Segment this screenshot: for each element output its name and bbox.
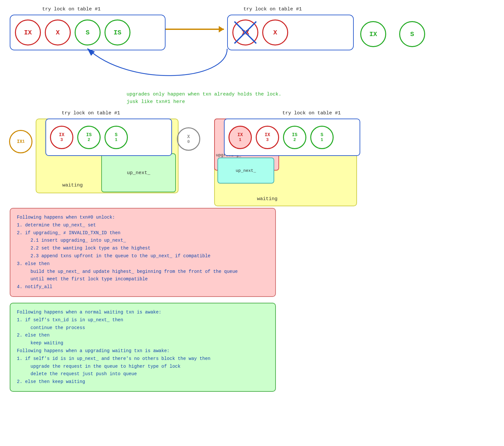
mid-right-label: try lock on table #1 — [282, 110, 341, 116]
top-left-lock-box: IX X S IS — [10, 15, 166, 50]
circle-ix3-right: IX 3 — [256, 126, 279, 149]
right-up-next-teal: up_next_ — [217, 158, 274, 184]
left-up-next-green: up_next_ — [101, 153, 176, 192]
left-up-next-label: up_next_ — [127, 170, 150, 176]
bottom-section: Following happens when txn#0 unlock: 1. … — [10, 208, 276, 398]
circle-is2-right: IS 2 — [283, 126, 306, 149]
mid-left-label: try lock on table #1 — [62, 110, 120, 116]
circle-ix-crossed: IX — [232, 19, 258, 45]
standalone-ix-top: IX — [360, 21, 386, 47]
upgrade-note-line1: upgrades only happen when txn already ho… — [127, 91, 281, 98]
top-right-label: try lock on table #1 — [243, 6, 302, 12]
circle-is2: IS 2 — [77, 126, 101, 149]
orange-arrow — [166, 29, 224, 30]
left-waiting-label: waiting — [62, 183, 83, 188]
top-right-lock-box: IX X — [227, 15, 354, 50]
circle-ix-red: IX — [15, 19, 41, 45]
circle-x-red: X — [45, 19, 71, 45]
green-box-text: Following happens when a normal waiting … — [17, 310, 211, 384]
right-up-next-label: up_next_ — [236, 168, 256, 173]
right-table-box: IX 1 IX 3 IS 2 S 1 — [224, 119, 360, 156]
circle-s1-right: S 1 — [310, 126, 334, 149]
circle-x-red-2: X — [262, 19, 288, 45]
top-section: try lock on table #1 try lock on table #… — [0, 3, 504, 78]
green-info-box: Following happens when a normal waiting … — [10, 303, 276, 392]
top-left-label: try lock on table #1 — [42, 6, 101, 12]
circle-ix1-right: IX 1 — [228, 126, 252, 149]
pink-box-text: Following happens when txn#0 unlock: 1. … — [17, 215, 238, 289]
pink-info-box: Following happens when txn#0 unlock: 1. … — [10, 208, 276, 297]
upgrade-note-line2: jusk like txn#1 here — [127, 98, 281, 106]
standalone-s-top: S — [399, 21, 425, 47]
circle-ix3: IX 3 — [50, 126, 73, 149]
right-waiting-label: waiting — [257, 196, 277, 202]
upgrade-note: upgrades only happen when txn already ho… — [127, 91, 281, 106]
circle-s-green: S — [75, 19, 101, 45]
diagram-area: try lock on table #1 try lock on table #… — [0, 0, 504, 446]
standalone-ix1-orange: IX 1 — [9, 130, 32, 153]
circle-is-green: IS — [104, 19, 130, 45]
circle-s1: S 1 — [104, 126, 128, 149]
left-table-box: IX 3 IS 2 S 1 — [45, 119, 172, 156]
circle-x0-outside: X 0 — [177, 127, 200, 151]
